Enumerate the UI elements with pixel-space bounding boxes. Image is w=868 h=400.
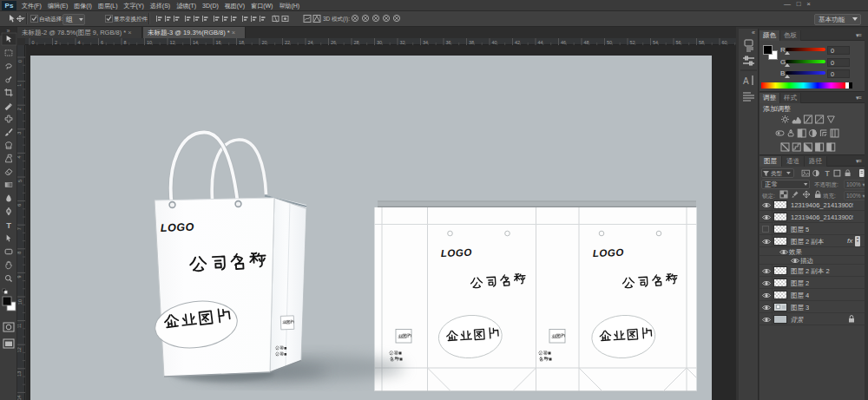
svg-text:14: 14: [193, 40, 198, 45]
svg-text:32: 32: [400, 40, 405, 45]
svg-text:38: 38: [469, 40, 474, 45]
svg-text:18: 18: [239, 40, 244, 45]
svg-text:5: 5: [17, 180, 23, 182]
svg-text:0: 0: [17, 60, 23, 62]
svg-text:52: 52: [630, 40, 635, 45]
svg-text:11: 11: [17, 324, 23, 329]
svg-text:2: 2: [17, 108, 23, 110]
svg-text:7: 7: [17, 227, 23, 230]
svg-text:13: 13: [17, 371, 23, 377]
svg-text:60: 60: [722, 40, 727, 45]
svg-text:8: 8: [17, 252, 23, 254]
svg-text:4: 4: [78, 40, 81, 45]
svg-text:T: T: [825, 169, 830, 178]
svg-text:4: 4: [17, 155, 23, 158]
svg-text:T: T: [6, 221, 11, 230]
svg-text:12: 12: [170, 40, 175, 45]
svg-text:22: 22: [285, 40, 290, 45]
svg-text:54: 54: [653, 40, 658, 45]
svg-text:26: 26: [331, 40, 336, 45]
svg-text:34: 34: [423, 40, 428, 45]
svg-text:3: 3: [17, 132, 23, 134]
svg-text:44: 44: [538, 40, 543, 45]
svg-text:20: 20: [262, 40, 267, 45]
svg-text:LOGO: LOGO: [593, 247, 624, 259]
svg-text:10: 10: [147, 40, 152, 45]
svg-text:LOGO: LOGO: [441, 247, 472, 259]
svg-text:0: 0: [32, 40, 35, 45]
svg-text:56: 56: [676, 40, 681, 45]
svg-text:2: 2: [55, 40, 57, 45]
svg-text:24: 24: [308, 40, 313, 45]
svg-text:10: 10: [17, 299, 23, 305]
svg-text:50: 50: [607, 40, 612, 45]
svg-text:42: 42: [515, 40, 520, 45]
svg-text:58: 58: [699, 40, 704, 45]
svg-text:40: 40: [492, 40, 497, 45]
svg-text:8: 8: [124, 40, 127, 45]
svg-text:28: 28: [354, 40, 359, 45]
svg-text:12: 12: [17, 347, 23, 352]
svg-text:1: 1: [17, 84, 23, 87]
svg-text:16: 16: [216, 40, 221, 45]
svg-text:A: A: [743, 76, 749, 86]
svg-text:30: 30: [377, 40, 382, 45]
svg-text:LOGO: LOGO: [161, 221, 195, 234]
svg-text:46: 46: [561, 40, 566, 45]
svg-text:36: 36: [446, 40, 451, 45]
svg-text:9: 9: [17, 275, 23, 278]
svg-text:14: 14: [17, 395, 23, 400]
svg-text:6: 6: [101, 40, 103, 45]
svg-text:48: 48: [584, 40, 589, 45]
svg-text:6: 6: [17, 204, 23, 207]
